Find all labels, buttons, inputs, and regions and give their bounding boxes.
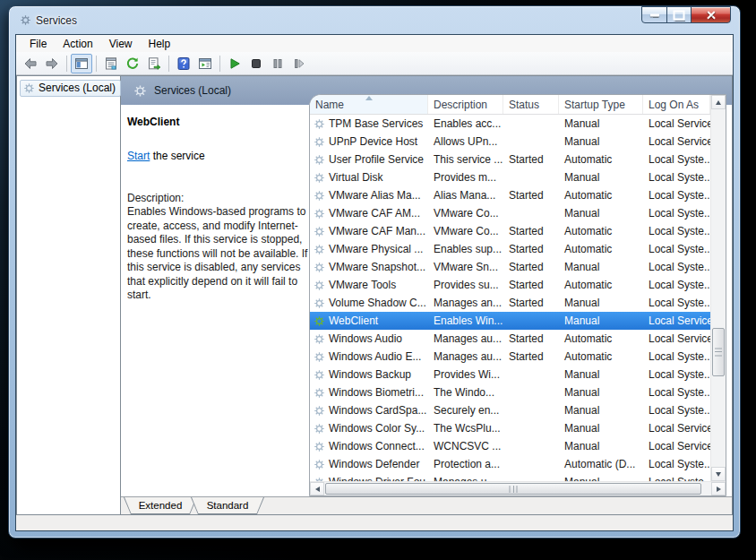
stop-service-button[interactable]	[245, 54, 267, 73]
cell-status: Started	[503, 225, 559, 237]
cell-status: Started	[503, 243, 559, 255]
table-row[interactable]: Windows Color Sy...The WcsPlu...ManualLo…	[310, 419, 710, 437]
show-extended-view-icon	[198, 56, 212, 71]
arrow-right-icon	[717, 487, 721, 492]
cell-startup-type: Automatic	[559, 189, 643, 202]
close-button[interactable]	[691, 6, 731, 23]
results-pane: Services (Local) WebClient Start the ser…	[121, 76, 732, 514]
table-row[interactable]: VMware CAF Man...VMware Co...StartedAuto…	[310, 222, 710, 240]
cell-log-on-as: Local Syste...	[643, 207, 710, 220]
cell-log-on-as: Local Service	[643, 332, 710, 345]
tab-extended[interactable]: Extended	[124, 497, 197, 514]
arrow-left-icon	[315, 487, 320, 492]
column-header-log-on-as[interactable]: Log On As	[643, 95, 710, 114]
arrow-down-icon	[716, 472, 721, 477]
service-gear-icon	[314, 405, 325, 417]
menu-item-view[interactable]: View	[101, 36, 141, 52]
start-service-icon	[228, 56, 242, 71]
table-row[interactable]: Windows Driver Fou...Manages u...ManualL…	[310, 473, 710, 481]
tree-item-services-local[interactable]: Services (Local)	[20, 80, 121, 97]
scroll-left-button[interactable]	[310, 482, 324, 495]
show-extended-view-button[interactable]	[194, 54, 216, 73]
service-gear-icon	[314, 387, 325, 399]
cell-name: Windows Connect...	[329, 440, 425, 452]
table-row[interactable]: Windows AudioManages au...StartedAutomat…	[310, 330, 710, 348]
menu-item-action[interactable]: Action	[55, 36, 100, 52]
export-list-button[interactable]	[143, 54, 165, 73]
table-row[interactable]: WebClientEnables Win...ManualLocal Servi…	[310, 312, 710, 330]
export-list-icon	[147, 56, 161, 71]
table-row[interactable]: Windows DefenderProtection a...Automatic…	[310, 455, 710, 473]
restart-service-button[interactable]	[288, 54, 310, 73]
horizontal-scroll-thumb[interactable]	[325, 483, 701, 495]
cell-name: User Profile Service	[329, 153, 424, 166]
cell-startup-type: Manual	[559, 171, 643, 184]
show-console-tree-button[interactable]	[71, 54, 92, 73]
cell-startup-type: Manual	[559, 368, 643, 381]
menu-item-help[interactable]: Help	[141, 36, 179, 52]
back-button[interactable]	[20, 54, 41, 73]
cell-status: Started	[503, 189, 559, 202]
minimize-button[interactable]	[641, 6, 667, 23]
service-gear-icon	[314, 369, 325, 381]
table-row[interactable]: Windows Connect...WCNCSVC ...ManualLocal…	[310, 437, 710, 455]
cell-startup-type: Automatic	[559, 243, 643, 255]
vertical-scroll-thumb[interactable]	[712, 328, 725, 376]
properties-button[interactable]	[100, 54, 122, 73]
start-service-button[interactable]	[224, 54, 245, 73]
cell-status: Started	[503, 350, 559, 363]
service-gear-icon	[314, 423, 325, 435]
vertical-scrollbar[interactable]	[710, 95, 726, 481]
cell-startup-type: Manual	[559, 440, 643, 452]
table-row[interactable]: Windows Audio E...Manages au...StartedAu…	[310, 348, 710, 366]
cell-description: Enables sup...	[428, 243, 503, 255]
tab-standard[interactable]: Standard	[191, 497, 264, 514]
service-gear-icon	[314, 136, 325, 148]
service-gear-icon	[314, 226, 325, 237]
service-gear-icon	[314, 351, 325, 363]
column-header-status[interactable]: Status	[503, 95, 559, 114]
column-header-description[interactable]: Description	[428, 95, 503, 114]
cell-name: UPnP Device Host	[329, 135, 417, 148]
table-row[interactable]: VMware CAF AM...VMware Co...ManualLocal …	[310, 204, 710, 222]
cell-name: Volume Shadow C...	[329, 297, 426, 309]
table-row[interactable]: VMware ToolsProvides su...StartedAutomat…	[310, 276, 710, 294]
table-row[interactable]: Volume Shadow C...Manages an...StartedMa…	[310, 294, 710, 312]
table-row[interactable]: Windows Biometri...The Windo...ManualLoc…	[310, 383, 710, 401]
menu-item-file[interactable]: File	[21, 36, 55, 52]
table-row[interactable]: TPM Base ServicesEnables acc...ManualLoc…	[310, 115, 710, 133]
console-tree-panel: Services (Local)	[17, 76, 121, 514]
toolbar-separator	[96, 56, 97, 72]
cell-log-on-as: Local Syste...	[643, 225, 710, 237]
table-row[interactable]: User Profile ServiceThis service ...Star…	[310, 151, 710, 168]
cell-log-on-as: Local Service	[643, 440, 710, 452]
table-row[interactable]: Windows BackupProvides Wi...ManualLocal …	[310, 366, 710, 383]
help-button[interactable]	[173, 54, 194, 73]
title-bar[interactable]: Services	[9, 6, 740, 34]
horizontal-scrollbar[interactable]	[310, 481, 726, 495]
pause-service-button[interactable]	[267, 54, 288, 73]
table-row[interactable]: VMware Alias Ma...Alias Mana...StartedAu…	[310, 186, 710, 204]
forward-button[interactable]	[41, 54, 63, 73]
scroll-up-button[interactable]	[711, 95, 726, 109]
table-row[interactable]: VMware Snapshot...VMware Sn...StartedMan…	[310, 258, 710, 276]
maximize-button[interactable]	[666, 6, 692, 23]
start-service-link[interactable]: Start	[127, 150, 150, 162]
properties-icon	[104, 56, 118, 71]
scroll-down-button[interactable]	[711, 467, 726, 481]
cell-description: Securely en...	[428, 404, 503, 417]
column-header-startup-type[interactable]: Startup Type	[559, 95, 643, 114]
refresh-button[interactable]	[122, 54, 143, 73]
cell-log-on-as: Local Service	[643, 314, 710, 327]
table-row[interactable]: UPnP Device HostAllows UPn...ManualLocal…	[310, 133, 710, 151]
cell-startup-type: Manual	[559, 135, 643, 148]
cell-name: VMware Tools	[329, 279, 396, 291]
table-row[interactable]: VMware Physical ...Enables sup...Started…	[310, 240, 710, 258]
column-header-name[interactable]: Name	[310, 95, 428, 114]
scroll-right-button[interactable]	[711, 482, 726, 495]
table-row[interactable]: Windows CardSpa...Securely en...ManualLo…	[310, 401, 710, 419]
back-icon	[23, 56, 38, 71]
table-row[interactable]: Virtual DiskProvides m...ManualLocal Sys…	[310, 168, 710, 186]
service-gear-icon	[314, 154, 325, 166]
forward-icon	[45, 56, 59, 71]
